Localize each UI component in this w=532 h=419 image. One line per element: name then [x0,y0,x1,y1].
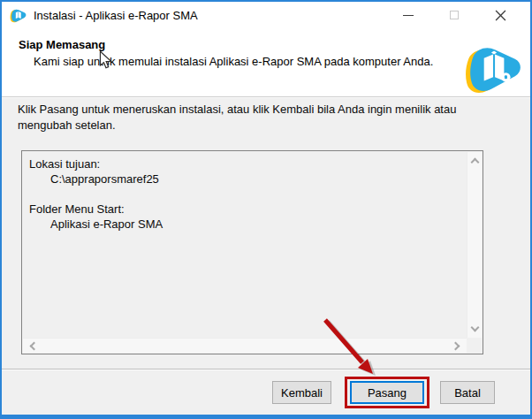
memo-entry-value: C:\appraporsmaref25 [29,171,467,187]
horizontal-scrollbar[interactable] [23,338,467,353]
memo-content: Lokasi tujuan: C:\appraporsmaref25 Folde… [22,151,467,338]
instruction-text: Klik Pasang untuk meneruskan instalasi, … [18,102,505,133]
maximize-button[interactable] [431,2,477,28]
memo-blank-line [29,187,467,202]
app-logo-icon [10,8,27,23]
wizard-header: Siap Memasang Kami siap untuk memulai in… [2,28,530,97]
scroll-down-icon[interactable] [470,324,479,332]
install-button[interactable]: Pasang [350,381,424,404]
titlebar[interactable]: Instalasi - Aplikasi e-Rapor SMA [2,2,530,28]
minimize-icon [403,15,414,16]
window-controls [385,2,523,28]
window-title: Instalasi - Aplikasi e-Rapor SMA [34,9,198,22]
scroll-right-icon[interactable] [452,341,460,350]
memo-entry-value: Aplikasi e-Rapor SMA [29,217,467,232]
cancel-button[interactable]: Batal [440,381,495,404]
footer-divider [2,369,530,370]
annotation-highlight-box: Pasang [345,377,429,408]
page-title: Siap Memasang [19,38,105,51]
scroll-left-icon[interactable] [30,341,39,350]
maximize-icon [450,11,459,19]
memo-entry-label: Folder Menu Start: [29,202,467,217]
minimize-button[interactable] [385,2,431,28]
back-button[interactable]: Kembali [272,381,331,404]
memo-entry-label: Lokasi tujuan: [29,156,467,171]
vertical-scrollbar[interactable] [467,152,482,338]
e-rapor-logo-icon [464,44,522,94]
close-button[interactable] [477,2,523,28]
scroll-up-icon[interactable] [470,158,479,167]
installer-window: Instalasi - Aplikasi e-Rapor SMA Siap Me… [0,0,532,419]
install-summary-memo[interactable]: Lokasi tujuan: C:\appraporsmaref25 Folde… [21,150,483,354]
close-icon [495,10,506,21]
page-subtitle: Kami siap untuk memulai instalasi Aplika… [34,55,449,68]
